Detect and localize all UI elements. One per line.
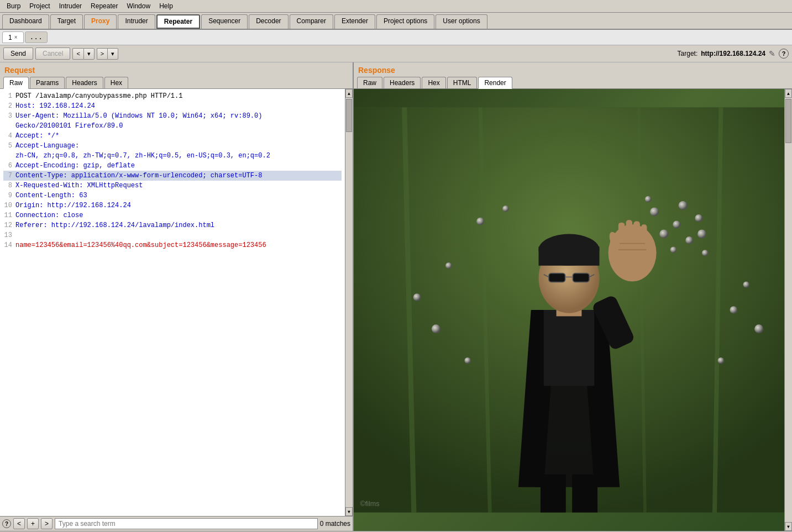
nav-prev-button[interactable]: < [72, 48, 83, 60]
target-info: Target: http://192.168.124.24 ✎ ? [678, 49, 789, 59]
tab-intruder[interactable]: Intruder [118, 14, 155, 29]
cancel-button[interactable]: Cancel [35, 48, 70, 60]
tab-comparer[interactable]: Comparer [290, 14, 333, 29]
response-scroll-up-btn[interactable]: ▲ [785, 89, 792, 98]
help-icon[interactable]: ? [779, 49, 789, 59]
search-help-icon[interactable]: ? [2, 519, 11, 528]
request-line: 1POST /lavalamp/canyoubypassme.php HTTP/… [3, 91, 342, 101]
request-tabbar: Raw Params Headers Hex [0, 77, 353, 89]
response-tab-html[interactable]: HTML [447, 77, 478, 88]
nav-prev-dropdown-button[interactable]: ▾ [83, 48, 95, 60]
response-tab-headers[interactable]: Headers [384, 77, 421, 88]
tab-repeater[interactable]: Repeater [156, 14, 200, 29]
repeater-tab-row: 1 × ... [0, 30, 792, 45]
line-content: Origin: http://192.168.124.24 [15, 201, 342, 210]
tab-extender[interactable]: Extender [334, 14, 375, 29]
search-add-btn[interactable]: + [27, 518, 39, 529]
line-number: 1 [3, 91, 12, 101]
menu-burp[interactable]: Burp [2, 1, 25, 11]
response-scroll-down-btn[interactable]: ▼ [785, 522, 792, 531]
tab-target[interactable]: Target [50, 14, 83, 29]
search-input[interactable] [55, 518, 318, 529]
response-scroll-track[interactable] [785, 98, 792, 522]
response-tab-hex[interactable]: Hex [422, 77, 445, 88]
line-content: Content-Length: 63 [15, 191, 342, 201]
line-content: Referer: http://192.168.124.24/lavalamp/… [15, 220, 342, 230]
line-number: 12 [3, 220, 12, 230]
menu-bar: Burp Project Intruder Repeater Window He… [0, 0, 792, 13]
line-content: Connection: close [15, 210, 342, 220]
line-content: Accept: */* [15, 131, 342, 141]
nav-next-button[interactable]: > [97, 48, 107, 60]
repeater-tab-1[interactable]: 1 × [2, 31, 24, 43]
response-panel: Response Raw Headers Hex HTML Render [354, 62, 792, 531]
tab-project-options[interactable]: Project options [376, 14, 434, 29]
response-image-area: ©films [354, 89, 784, 531]
tab-dashboard[interactable]: Dashboard [2, 14, 49, 29]
line-number: 2 [3, 101, 12, 111]
request-line: 10Origin: http://192.168.124.24 [3, 201, 342, 210]
request-line: 4Accept: */* [3, 131, 342, 141]
menu-project[interactable]: Project [25, 1, 54, 11]
request-tab-headers[interactable]: Headers [66, 77, 103, 88]
scroll-track[interactable] [345, 98, 353, 507]
line-content: Content-Type: application/x-www-form-url… [15, 171, 342, 181]
request-code-area[interactable]: 1POST /lavalamp/canyoubypassme.php HTTP/… [0, 89, 345, 516]
request-tab-params[interactable]: Params [30, 77, 65, 88]
request-line: 3User-Agent: Mozilla/5.0 (Windows NT 10.… [3, 111, 342, 121]
line-content: POST /lavalamp/canyoubypassme.php HTTP/1… [15, 91, 342, 101]
request-line: 7Content-Type: application/x-www-form-ur… [3, 171, 342, 181]
line-number: 13 [3, 230, 12, 240]
line-content: Host: 192.168.124.24 [15, 101, 342, 111]
line-number [3, 121, 12, 131]
line-number: 9 [3, 191, 12, 201]
search-next-btn[interactable]: > [41, 518, 53, 529]
line-content: X-Requested-With: XMLHttpRequest [15, 181, 342, 191]
repeater-tab-add[interactable]: ... [25, 31, 48, 43]
request-tab-hex[interactable]: Hex [104, 77, 128, 88]
line-content: Gecko/20100101 Firefox/89.0 [15, 121, 342, 131]
line-content: User-Agent: Mozilla/5.0 (Windows NT 10.0… [15, 111, 342, 121]
response-scroll-thumb[interactable] [785, 99, 791, 143]
response-scrollbar[interactable]: ▲ ▼ [784, 89, 792, 531]
line-number [3, 151, 12, 161]
line-number: 7 [3, 171, 12, 181]
match-count: 0 matches [320, 520, 350, 528]
tab-user-options[interactable]: User options [436, 14, 487, 29]
request-search-bar: ? < + > 0 matches [0, 516, 353, 531]
request-line: 8X-Requested-With: XMLHttpRequest [3, 181, 342, 191]
scroll-up-btn[interactable]: ▲ [345, 89, 353, 98]
request-panel: Request Raw Params Headers Hex 1POST /la… [0, 62, 354, 531]
request-line: 13 [3, 230, 342, 240]
response-tab-raw[interactable]: Raw [357, 77, 382, 88]
tab-decoder[interactable]: Decoder [249, 14, 288, 29]
request-title: Request [0, 62, 353, 77]
scroll-down-btn[interactable]: ▼ [345, 507, 353, 516]
repeater-tab-1-label: 1 [8, 34, 12, 41]
edit-target-icon[interactable]: ✎ [769, 49, 775, 58]
tab-sequencer[interactable]: Sequencer [201, 14, 248, 29]
menu-help[interactable]: Help [155, 1, 177, 11]
line-number: 5 [3, 141, 12, 151]
menu-repeater[interactable]: Repeater [86, 1, 122, 11]
request-line: 9Content-Length: 63 [3, 191, 342, 201]
scroll-thumb[interactable] [346, 99, 352, 132]
request-line: 14name=123456&email=123456%40qq.com&subj… [3, 240, 342, 250]
request-tab-raw[interactable]: Raw [3, 77, 29, 89]
line-content: Accept-Encoding: gzip, deflate [15, 161, 342, 171]
nav-next-dropdown-button[interactable]: ▾ [107, 48, 118, 60]
request-line: 12Referer: http://192.168.124.24/lavalam… [3, 220, 342, 230]
response-tab-render[interactable]: Render [478, 77, 512, 89]
repeater-tab-1-close[interactable]: × [14, 34, 18, 40]
request-line: Gecko/20100101 Firefox/89.0 [3, 121, 342, 131]
line-number: 3 [3, 111, 12, 121]
request-scrollbar[interactable]: ▲ ▼ [345, 89, 353, 516]
nav-prev-group: < ▾ [72, 48, 94, 60]
send-button[interactable]: Send [3, 48, 33, 60]
target-label: Target: [678, 50, 698, 57]
menu-intruder[interactable]: Intruder [55, 1, 86, 11]
search-prev-btn[interactable]: < [13, 518, 25, 529]
response-content-area: ©films ▲ ▼ [354, 89, 792, 531]
menu-window[interactable]: Window [122, 1, 155, 11]
tab-proxy[interactable]: Proxy [84, 14, 117, 29]
